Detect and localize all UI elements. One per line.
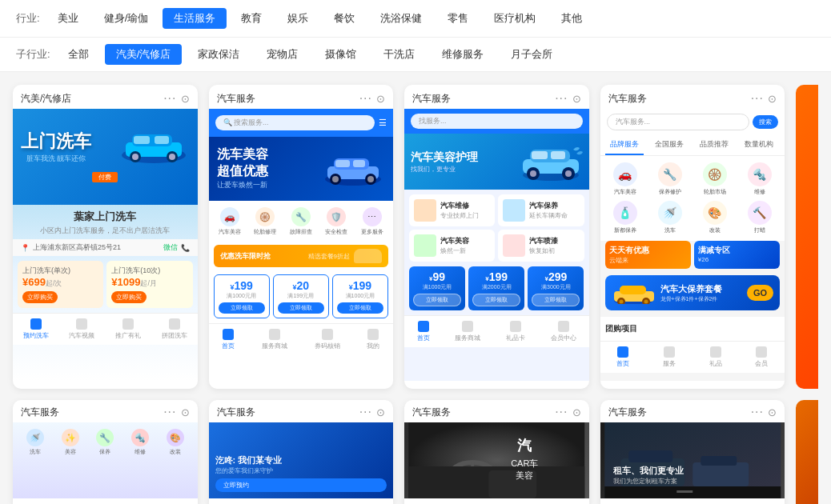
nav4-2[interactable]: 服务 <box>663 346 676 368</box>
sub-item-wash[interactable]: 干洗店 <box>372 44 426 65</box>
bc1-icon-3[interactable]: 🔧 保养 <box>89 429 121 456</box>
bc2-dots[interactable]: ··· <box>359 405 372 419</box>
icon4-3[interactable]: 🛞 轮胎市场 <box>695 162 735 196</box>
industry-item-bath[interactable]: 洗浴保健 <box>369 8 433 29</box>
deal-2[interactable]: 满减专区 ¥26 <box>694 241 780 269</box>
card-2-title: 汽车服务 <box>217 92 255 106</box>
sub-item-car[interactable]: 汽美/汽修店 <box>105 44 183 65</box>
bc3-dots[interactable]: ··· <box>555 405 568 419</box>
nav4-3[interactable]: 礼品 <box>709 346 722 368</box>
nav3-4[interactable]: 会员中心 <box>551 321 576 342</box>
nav-item-1[interactable]: 预约洗车 <box>23 318 49 340</box>
industry-item-fitness[interactable]: 健身/瑜伽 <box>93 8 160 29</box>
card-4-deals: 天天有优惠 云端来 满减专区 ¥26 <box>600 241 785 269</box>
tab4-1[interactable]: 品牌服务 <box>605 135 644 155</box>
svc-item-1[interactable]: 汽车维修 专业技师上门 <box>409 194 495 226</box>
card-1-svc1[interactable]: 上门洗车(单次) ¥699起/次 立即购买 <box>18 261 103 308</box>
icon-item-beauty[interactable]: 🚗 汽车美容 <box>214 207 247 236</box>
icon-item-more[interactable]: ⋯ 更多服务 <box>356 207 389 236</box>
tab4-3[interactable]: 品质推荐 <box>695 135 733 155</box>
icon4-7[interactable]: 🎨 改装 <box>695 201 735 234</box>
coupon3-1[interactable]: ¥99 满1000元用 立即领取 <box>409 266 465 310</box>
bottom-card-2: 汽车服务 ··· ⊙ 汔咚: 我们某专业 您的爱车我们来守护 立即预约 <box>209 400 394 504</box>
card-1-dots[interactable]: ··· <box>163 91 176 106</box>
card-3-services: 汽车维修 专业技师上门 汽车保养 延长车辆寿命 <box>404 190 589 266</box>
nav-item-2[interactable]: 汽车视频 <box>69 318 94 340</box>
icon-item-safety[interactable]: 🛡️ 安全检查 <box>320 207 353 236</box>
card-3-bottom-nav: 首页 服务商城 礼品卡 会员中心 <box>404 315 589 347</box>
nav3-2[interactable]: 服务商城 <box>455 321 480 342</box>
nav2-2[interactable]: 服务商城 <box>262 329 287 350</box>
card-2-search-icon: ☰ <box>379 118 387 128</box>
promo-card4[interactable]: 汽车大保养套餐 龙骨+保养1件+保养2件 GO <box>605 275 781 310</box>
card-2-search-input[interactable]: 🔍 搜索服务... <box>215 115 375 130</box>
bc1-dots[interactable]: ··· <box>163 405 176 419</box>
bc4-title: 汽车服务 <box>608 406 647 419</box>
industry-item-entertainment[interactable]: 娱乐 <box>276 8 319 29</box>
sub-item-all[interactable]: 全部 <box>57 44 100 65</box>
card-2-banner-title: 洗车美容超值优惠 <box>217 146 268 180</box>
bc1-icons: 🚿 洗车 ✨ 美容 🔧 保养 🔩 维修 <box>19 429 191 456</box>
industry-item-medical[interactable]: 医疗机构 <box>483 8 547 29</box>
card-1-location: 📍 上海浦东新区高桥镇25号21 微信 📞 <box>13 239 198 256</box>
deal-1[interactable]: 天天有优惠 云端来 <box>605 241 691 269</box>
card-3-search[interactable]: 找服务... <box>411 114 583 129</box>
coupon-2[interactable]: ¥20 满199元用 立即领取 <box>273 274 329 318</box>
coupon-1[interactable]: ¥199 满1000元用 立即领取 <box>214 274 270 318</box>
card-4-search-btn[interactable]: 搜索 <box>753 115 778 129</box>
svc-item-2[interactable]: 汽车保养 延长车辆寿命 <box>498 194 584 226</box>
sub-item-repair[interactable]: 维修服务 <box>431 44 495 65</box>
nav4-4[interactable]: 会员 <box>755 346 768 368</box>
card-1-svc2[interactable]: 上门洗车(10次) ¥1099起/月 立即购买 <box>106 261 192 308</box>
sub-item-home[interactable]: 家政保洁 <box>187 44 251 65</box>
nav-item-3[interactable]: 推广有礼 <box>115 318 141 340</box>
icon4-2[interactable]: 🔧 保养修护 <box>650 162 690 196</box>
icon4-c6: 🚿 <box>658 201 682 225</box>
coupon3-3[interactable]: ¥299 满3000元用 立即领取 <box>528 266 584 310</box>
go-button[interactable]: GO <box>747 285 773 301</box>
bc4-header: 汽车服务 ··· ⊙ <box>600 400 785 422</box>
nav2-3[interactable]: 券码核销 <box>315 329 340 350</box>
coupon-3[interactable]: ¥199 满1000元用 立即领取 <box>332 274 388 318</box>
svc-item-4[interactable]: 汽车喷漆 恢复如初 <box>498 230 584 262</box>
bc1-icon-5[interactable]: 🎨 改装 <box>159 429 191 456</box>
bc1-icon-2[interactable]: ✨ 美容 <box>54 429 86 456</box>
sub-item-maternity[interactable]: 月子会所 <box>500 44 564 65</box>
icon-item-tire[interactable]: 🛞 轮胎修理 <box>249 207 282 236</box>
icon4-4[interactable]: 🔩 维修 <box>740 162 780 196</box>
svg-point-24 <box>530 170 536 177</box>
industry-item-beauty[interactable]: 美业 <box>46 8 90 29</box>
nav2-icon2 <box>269 329 280 340</box>
nav3-3[interactable]: 礼品卡 <box>506 321 525 342</box>
industry-item-life[interactable]: 生活服务 <box>163 8 227 29</box>
icon4-8[interactable]: 🔨 打蜡 <box>740 201 780 234</box>
card-4-dots[interactable]: ··· <box>751 91 764 106</box>
industry-label: 行业: <box>16 11 40 26</box>
bc4-dots[interactable]: ··· <box>751 405 764 419</box>
bc1-icon-4[interactable]: 🔩 维修 <box>124 429 156 456</box>
icon4-1[interactable]: 🚗 汽车美容 <box>605 162 645 196</box>
icon4-6[interactable]: 🚿 洗车 <box>650 201 690 234</box>
nav2-4[interactable]: 我的 <box>367 329 379 350</box>
nav-item-4[interactable]: 拼团洗车 <box>162 318 187 340</box>
card-3-dots[interactable]: ··· <box>555 91 568 106</box>
icon4-5[interactable]: 🧴 新都保养 <box>605 201 645 234</box>
tab4-2[interactable]: 全国服务 <box>650 135 688 155</box>
bc2-cta-btn[interactable]: 立即预约 <box>215 478 387 492</box>
nav2-1[interactable]: 首页 <box>222 329 235 350</box>
industry-item-food[interactable]: 餐饮 <box>323 8 366 29</box>
card-4-search[interactable]: 汽车服务... <box>607 114 750 130</box>
sub-item-photo[interactable]: 摄像馆 <box>314 44 367 65</box>
bc1-icon-1[interactable]: 🚿 洗车 <box>19 429 51 456</box>
coupon3-2[interactable]: ¥199 满2000元用 立即领取 <box>468 266 524 310</box>
icon-item-fault[interactable]: 🔧 故障排查 <box>285 207 318 236</box>
nav4-1[interactable]: 首页 <box>616 346 629 368</box>
svc-item-3[interactable]: 汽车美容 焕然一新 <box>409 230 495 262</box>
nav3-1[interactable]: 首页 <box>417 321 430 342</box>
industry-item-education[interactable]: 教育 <box>230 8 273 29</box>
industry-item-retail[interactable]: 零售 <box>436 8 480 29</box>
sub-item-pet[interactable]: 宠物店 <box>255 44 309 65</box>
industry-item-other[interactable]: 其他 <box>550 8 593 29</box>
card-2-dots[interactable]: ··· <box>359 91 372 106</box>
tab4-4[interactable]: 数量机构 <box>740 135 778 155</box>
